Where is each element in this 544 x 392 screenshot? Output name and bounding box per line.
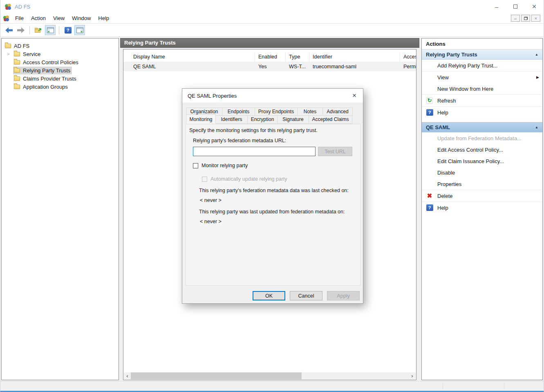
action-view[interactable]: View ▶ xyxy=(422,72,542,83)
column-header-enabled[interactable]: Enabled xyxy=(255,52,286,62)
ok-button[interactable]: OK xyxy=(253,291,285,300)
action-label: Delete xyxy=(437,193,453,199)
action-properties[interactable]: Properties xyxy=(422,178,542,190)
dialog-title-bar[interactable]: QE SAML Properties × xyxy=(182,89,363,103)
tab-monitoring[interactable]: Monitoring xyxy=(186,114,216,124)
last-updated-value: < never > xyxy=(200,219,222,224)
section-header-label: QE SAML xyxy=(426,124,450,130)
mdi-window-controls: – × xyxy=(511,15,540,22)
console-tree-icon xyxy=(47,27,54,33)
column-header-access-control-policy[interactable]: Access Control Policy xyxy=(400,52,416,62)
scroll-right-icon[interactable]: › xyxy=(409,372,416,379)
menu-bar: File Action View Window Help – × xyxy=(0,13,544,24)
scroll-left-icon[interactable]: ‹ xyxy=(124,372,131,379)
tab-proxy-endpoints[interactable]: Proxy Endpoints xyxy=(255,108,298,116)
scrollbar-thumb[interactable] xyxy=(131,372,302,379)
last-checked-label: This relying party's federation metadata… xyxy=(199,188,349,193)
collapse-arrow-icon[interactable]: ▲ xyxy=(535,125,538,129)
help-icon-wrap: ? xyxy=(425,204,434,211)
action-label: Properties xyxy=(437,181,461,187)
federation-metadata-url-input[interactable] xyxy=(193,147,316,156)
action-refresh[interactable]: ↻ Refresh xyxy=(422,95,542,106)
show-console-tree-button[interactable] xyxy=(45,25,56,35)
folder-icon xyxy=(14,85,20,89)
tree-node-relying-party-trusts[interactable]: Relying Party Trusts xyxy=(2,66,119,74)
menu-file[interactable]: File xyxy=(11,14,27,22)
tree-node-application-groups[interactable]: Application Groups xyxy=(2,83,119,91)
export-list-button[interactable] xyxy=(33,25,44,35)
tab-advanced[interactable]: Advanced xyxy=(322,108,353,116)
chevron-right-icon[interactable]: > xyxy=(7,52,9,56)
tree-node-adfs-root[interactable]: AD FS xyxy=(2,42,119,50)
tree-node-access-control-policies[interactable]: Access Control Policies xyxy=(2,58,119,66)
cancel-button[interactable]: Cancel xyxy=(290,291,322,300)
actions-section-relying-party-trusts[interactable]: Relying Party Trusts ▲ xyxy=(422,49,542,60)
toolbar: ? xyxy=(0,24,544,37)
dialog-tabs: Organization Endpoints Proxy Endpoints N… xyxy=(186,108,359,124)
forward-button[interactable] xyxy=(16,25,26,35)
tree-node-label: Service xyxy=(23,51,40,57)
column-header-display-name[interactable]: Display Name xyxy=(123,52,255,62)
dialog-close-button[interactable]: × xyxy=(346,89,363,103)
action-help-rpt[interactable]: ? Help xyxy=(422,107,542,118)
mdi-restore-button[interactable] xyxy=(521,15,530,22)
maximize-button[interactable] xyxy=(506,0,525,13)
action-add-relying-party-trust[interactable]: Add Relying Party Trust... xyxy=(422,60,542,71)
monitor-relying-party-checkbox-row[interactable]: Monitor relying party xyxy=(193,163,248,168)
close-icon: × xyxy=(352,92,356,100)
tree-node-service[interactable]: > Service xyxy=(2,50,119,58)
action-label: New Window from Here xyxy=(437,86,493,92)
window-title: AD FS xyxy=(15,4,30,10)
action-new-window-from-here[interactable]: New Window from Here xyxy=(422,83,542,94)
action-help-qe-saml[interactable]: ? Help xyxy=(422,202,542,213)
last-updated-label: This relying party was last updated from… xyxy=(199,209,345,215)
action-edit-access-control-policy[interactable]: Edit Access Control Policy... xyxy=(422,144,542,155)
help-toolbar-button[interactable]: ? xyxy=(63,25,73,35)
folder-icon xyxy=(14,60,20,65)
export-folder-icon xyxy=(35,27,42,33)
menu-view[interactable]: View xyxy=(49,14,68,22)
title-bar: AD FS – × xyxy=(0,0,544,13)
action-pane-icon xyxy=(76,27,83,33)
tab-signature[interactable]: Signature xyxy=(277,115,309,124)
folder-icon xyxy=(14,76,20,81)
folder-icon xyxy=(5,44,11,48)
status-bar-separator xyxy=(504,383,504,389)
action-edit-claim-issuance-policy[interactable]: Edit Claim Issuance Policy... xyxy=(422,155,542,167)
collapse-arrow-icon[interactable]: ▲ xyxy=(535,53,538,56)
menu-action[interactable]: Action xyxy=(27,14,49,22)
menu-window[interactable]: Window xyxy=(68,14,94,22)
actions-section-qe-saml[interactable]: QE SAML ▲ xyxy=(422,122,542,132)
mdi-minimize-button[interactable]: – xyxy=(511,15,520,22)
column-header-type[interactable]: Type xyxy=(286,52,309,62)
mdi-close-button[interactable]: × xyxy=(531,15,540,22)
back-button[interactable] xyxy=(4,25,14,35)
checkbox-unchecked-icon[interactable] xyxy=(193,163,198,168)
auto-update-label: Automatically update relying party xyxy=(210,176,287,182)
menu-help[interactable]: Help xyxy=(94,14,113,22)
horizontal-scrollbar[interactable]: ‹ › xyxy=(124,372,416,379)
tree-node-claims-provider-trusts[interactable]: Claims Provider Trusts xyxy=(2,74,119,83)
auto-update-checkbox-row: Automatically update relying party xyxy=(202,176,287,182)
action-delete[interactable]: ✖ Delete xyxy=(422,190,542,202)
tab-endpoints[interactable]: Endpoints xyxy=(222,108,255,116)
cell-enabled: Yes xyxy=(255,62,286,71)
minimize-button[interactable]: – xyxy=(487,0,506,13)
monitoring-tab-content: Specify the monitoring settings for this… xyxy=(186,124,360,286)
minimize-icon: – xyxy=(495,3,498,10)
folder-icon xyxy=(14,68,20,73)
actions-panel: Actions Relying Party Trusts ▲ Add Relyi… xyxy=(421,38,543,380)
action-disable[interactable]: Disable xyxy=(422,167,542,178)
tab-accepted-claims[interactable]: Accepted Claims xyxy=(309,115,352,124)
window-controls: – × xyxy=(487,0,544,13)
federation-metadata-url-label: Relying party's federation metadata URL: xyxy=(193,138,286,143)
table-row-qe-saml[interactable]: QE SAML Yes WS-T... truecommand-saml Per… xyxy=(123,62,416,71)
tree-selection-highlight: Relying Party Trusts xyxy=(13,67,72,74)
tab-identifiers[interactable]: Identifiers xyxy=(215,115,248,124)
tab-encryption[interactable]: Encryption xyxy=(247,115,278,124)
show-action-pane-button[interactable] xyxy=(74,25,85,35)
close-button[interactable]: × xyxy=(525,0,544,13)
column-header-identifier[interactable]: Identifier xyxy=(309,52,400,62)
tab-notes[interactable]: Notes xyxy=(297,108,323,116)
cell-access-control-policy: Permit everyone xyxy=(400,62,416,71)
